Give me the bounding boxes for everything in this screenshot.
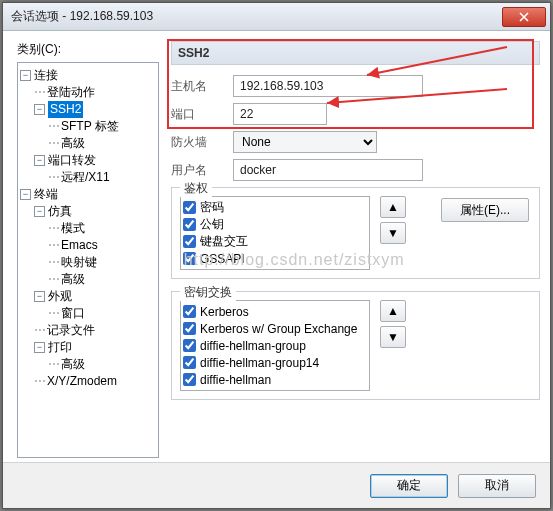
dialog-footer: 确定 取消 (3, 462, 550, 508)
category-tree[interactable]: −连接 ⋯登陆动作 −SSH2 ⋯SFTP 标签 ⋯高级 −端口转发 ⋯远程/X… (17, 62, 159, 458)
ok-button[interactable]: 确定 (370, 474, 448, 498)
category-label: 类别(C): (17, 41, 159, 58)
move-up-button[interactable]: ▲ (380, 196, 406, 218)
tree-node-connection[interactable]: −连接 (20, 67, 156, 84)
kex-check[interactable] (183, 339, 196, 352)
collapse-icon[interactable]: − (20, 70, 31, 81)
row-host: 主机名 (171, 75, 540, 97)
kex-check[interactable] (183, 356, 196, 369)
collapse-icon[interactable]: − (34, 206, 45, 217)
port-input[interactable] (233, 103, 327, 125)
kex-listbox[interactable]: Kerberos Kerberos w/ Group Exchange diff… (180, 300, 370, 391)
tree-node-mapkey[interactable]: ⋯映射键 (20, 254, 156, 271)
tree-node-terminal[interactable]: −终端 (20, 186, 156, 203)
row-port: 端口 (171, 103, 540, 125)
tree-node-advanced1[interactable]: ⋯高级 (20, 135, 156, 152)
tree-node-ssh2[interactable]: −SSH2 (20, 101, 156, 118)
close-button[interactable] (502, 7, 546, 27)
tree-node-login[interactable]: ⋯登陆动作 (20, 84, 156, 101)
auth-check[interactable] (183, 218, 196, 231)
list-item[interactable]: diffie-hellman (183, 371, 367, 388)
tree-node-advanced3[interactable]: ⋯高级 (20, 356, 156, 373)
dialog-window: 会话选项 - 192.168.59.103 类别(C): −连接 ⋯登陆动作 −… (2, 2, 551, 509)
auth-check[interactable] (183, 252, 196, 265)
tree-node-advanced2[interactable]: ⋯高级 (20, 271, 156, 288)
right-panel: SSH2 主机名 端口 防火墙 None 用户名 鉴权 属性(E)... (159, 41, 540, 452)
window-title: 会话选项 - 192.168.59.103 (11, 8, 502, 25)
tree-node-mode[interactable]: ⋯模式 (20, 220, 156, 237)
list-item[interactable]: Kerberos (183, 303, 367, 320)
kex-check[interactable] (183, 373, 196, 386)
tree-node-emacs[interactable]: ⋯Emacs (20, 237, 156, 254)
tree-node-remote-x11[interactable]: ⋯远程/X11 (20, 169, 156, 186)
firewall-label: 防火墙 (171, 134, 233, 151)
properties-button[interactable]: 属性(E)... (441, 198, 529, 222)
tree-node-sftp[interactable]: ⋯SFTP 标签 (20, 118, 156, 135)
section-header: SSH2 (171, 41, 540, 65)
kex-check[interactable] (183, 322, 196, 335)
auth-check[interactable] (183, 201, 196, 214)
auth-group: 鉴权 属性(E)... 密码 公钥 键盘交互 GSSAPI ▲ ▼ (171, 187, 540, 279)
list-item[interactable]: diffie-hellman-group14 (183, 354, 367, 371)
left-panel: 类别(C): −连接 ⋯登陆动作 −SSH2 ⋯SFTP 标签 ⋯高级 −端口转… (17, 41, 159, 452)
port-label: 端口 (171, 106, 233, 123)
user-label: 用户名 (171, 162, 233, 179)
close-icon (519, 12, 529, 22)
tree-node-window[interactable]: ⋯窗口 (20, 305, 156, 322)
collapse-icon[interactable]: − (34, 155, 45, 166)
collapse-icon[interactable]: − (20, 189, 31, 200)
list-item[interactable]: 密码 (183, 199, 367, 216)
tree-node-print[interactable]: −打印 (20, 339, 156, 356)
cancel-button[interactable]: 取消 (458, 474, 536, 498)
collapse-icon[interactable]: − (34, 342, 45, 353)
host-label: 主机名 (171, 78, 233, 95)
user-input[interactable] (233, 159, 423, 181)
list-item[interactable]: Kerberos w/ Group Exchange (183, 320, 367, 337)
list-item[interactable]: 公钥 (183, 216, 367, 233)
move-down-button[interactable]: ▼ (380, 222, 406, 244)
tree-node-logfile[interactable]: ⋯记录文件 (20, 322, 156, 339)
auth-updown: ▲ ▼ (380, 196, 406, 244)
dialog-body: 类别(C): −连接 ⋯登陆动作 −SSH2 ⋯SFTP 标签 ⋯高级 −端口转… (3, 31, 550, 462)
row-user: 用户名 (171, 159, 540, 181)
kex-updown: ▲ ▼ (380, 300, 406, 348)
tree-node-xyzmodem[interactable]: ⋯X/Y/Zmodem (20, 373, 156, 390)
titlebar: 会话选项 - 192.168.59.103 (3, 3, 550, 31)
kex-check[interactable] (183, 305, 196, 318)
list-item[interactable]: 键盘交互 (183, 233, 367, 250)
list-item[interactable]: GSSAPI (183, 250, 367, 267)
tree-node-appearance[interactable]: −外观 (20, 288, 156, 305)
auth-check[interactable] (183, 235, 196, 248)
auth-title: 鉴权 (180, 180, 212, 197)
auth-listbox[interactable]: 密码 公钥 键盘交互 GSSAPI (180, 196, 370, 270)
collapse-icon[interactable]: − (34, 291, 45, 302)
tree-node-emulation[interactable]: −仿真 (20, 203, 156, 220)
move-up-button[interactable]: ▲ (380, 300, 406, 322)
host-input[interactable] (233, 75, 423, 97)
tree-node-portfwd[interactable]: −端口转发 (20, 152, 156, 169)
collapse-icon[interactable]: − (34, 104, 45, 115)
kex-group: 密钥交换 Kerberos Kerberos w/ Group Exchange… (171, 291, 540, 400)
firewall-select[interactable]: None (233, 131, 377, 153)
move-down-button[interactable]: ▼ (380, 326, 406, 348)
row-firewall: 防火墙 None (171, 131, 540, 153)
list-item[interactable]: diffie-hellman-group (183, 337, 367, 354)
kex-title: 密钥交换 (180, 284, 236, 301)
